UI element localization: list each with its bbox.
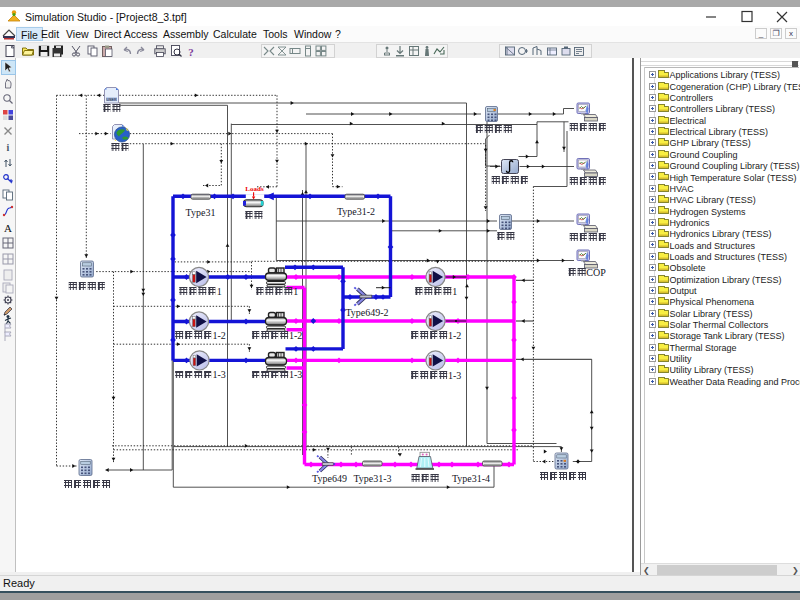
svg-text:i: i [7, 142, 10, 153]
svg-text:?: ? [188, 46, 194, 58]
svg-text:A: A [4, 222, 12, 234]
svg-text:USER: USER [107, 98, 117, 102]
